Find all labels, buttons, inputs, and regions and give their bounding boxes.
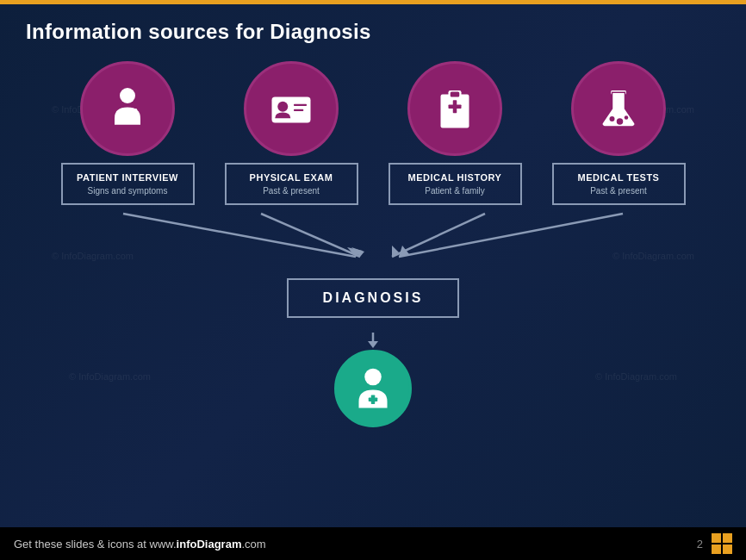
medical-tests-box: MEDICAL TESTS Past & present [552, 163, 686, 205]
svg-rect-10 [449, 105, 462, 109]
patient-icon [102, 83, 153, 134]
svg-rect-28 [712, 533, 721, 543]
doctor-icon-circle [334, 350, 412, 427]
doctor-icon [347, 363, 399, 414]
physical-exam-box: PHYSICAL EXAM Past & present [225, 163, 358, 205]
svg-point-12 [610, 116, 615, 121]
down-arrow-icon [360, 333, 386, 350]
brand-name: infoDiagram [177, 538, 242, 551]
svg-rect-27 [369, 398, 378, 402]
patient-interview-sub: Signs and symptoms [71, 185, 184, 196]
main-content: © InfoDiagram.com © InfoDiagram.com © In… [0, 53, 746, 527]
bottom-bar: Get these slides & icons at www.infoDiag… [0, 527, 746, 560]
svg-rect-29 [723, 533, 732, 543]
svg-rect-5 [294, 109, 303, 111]
doctor-section [334, 331, 412, 427]
physical-exam-icon-circle [244, 61, 339, 156]
source-patient-interview: PATIENT INTERVIEW Signs and symptoms [59, 61, 196, 205]
svg-line-17 [261, 214, 360, 257]
physical-exam-title: PHYSICAL EXAM [235, 171, 348, 184]
svg-point-3 [277, 102, 288, 112]
infodiagram-logo-icon [712, 533, 732, 554]
svg-point-0 [120, 88, 135, 103]
svg-rect-30 [712, 544, 721, 554]
domain-text: .com [241, 538, 265, 551]
svg-rect-8 [451, 92, 460, 97]
slide: Information sources for Diagnosis © Info… [0, 0, 746, 560]
diagnosis-label: DIAGNOSIS [323, 290, 424, 305]
svg-rect-2 [272, 97, 311, 123]
physical-exam-sub: Past & present [235, 185, 348, 196]
title-area: Information sources for Diagnosis [0, 4, 746, 53]
source-medical-tests: MEDICAL TESTS Past & present [550, 61, 687, 205]
svg-line-15 [123, 214, 356, 257]
patient-interview-box: PATIENT INTERVIEW Signs and symptoms [61, 163, 195, 205]
svg-point-25 [364, 369, 382, 386]
arrow-section [54, 209, 692, 278]
flask-icon [593, 83, 644, 134]
watermark-5: © InfoDiagram.com [69, 371, 151, 382]
page-number: 2 [697, 538, 703, 551]
watermark-6: © InfoDiagram.com [595, 371, 677, 382]
id-card-icon [265, 83, 317, 134]
medical-tests-title: MEDICAL TESTS [563, 171, 675, 184]
bottom-plain-text: Get these slides & icons at www. [14, 538, 177, 551]
patient-interview-title: PATIENT INTERVIEW [71, 171, 184, 184]
svg-line-21 [399, 214, 623, 257]
bottom-text: Get these slides & icons at www.infoDiag… [14, 538, 266, 551]
patient-interview-icon-circle [80, 61, 175, 156]
source-medical-history: MEDICAL HISTORY Patient & family [386, 61, 524, 205]
medical-history-box: MEDICAL HISTORY Patient & family [389, 163, 522, 205]
source-physical-exam: PHYSICAL EXAM Past & present [222, 61, 360, 205]
medical-tests-icon-circle [571, 61, 666, 156]
medical-tests-sub: Past & present [563, 185, 675, 196]
svg-point-13 [617, 118, 624, 125]
svg-point-14 [625, 115, 629, 120]
medical-history-icon-circle [407, 61, 502, 156]
svg-marker-24 [368, 341, 378, 348]
slide-title: Information sources for Diagnosis [26, 20, 720, 44]
clipboard-icon [429, 83, 481, 134]
arrows-diagram [54, 209, 692, 278]
svg-rect-31 [723, 544, 732, 554]
diagnosis-box: DIAGNOSIS [287, 278, 460, 318]
medical-history-title: MEDICAL HISTORY [399, 171, 512, 184]
medical-history-sub: Patient & family [399, 185, 512, 196]
icons-row: PATIENT INTERVIEW Signs and symptoms [54, 61, 692, 205]
svg-rect-4 [294, 104, 307, 106]
